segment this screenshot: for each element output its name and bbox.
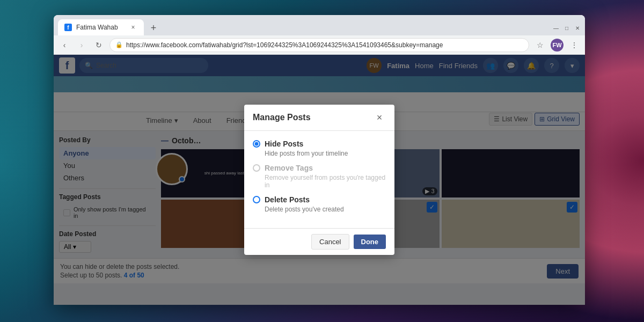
facebook-page: f 🔍 FW Fatima Home Find Friends 👥 💬 🔔 ? …: [54, 55, 585, 305]
chrome-addressbar: ‹ › ↻ 🔒 https://www.facebook.com/fatiwah…: [54, 35, 585, 55]
done-button[interactable]: Done: [354, 235, 386, 249]
forward-button[interactable]: ›: [75, 39, 88, 52]
minimize-button[interactable]: —: [553, 25, 559, 31]
tab-title: Fatima Wahab: [76, 24, 118, 31]
modal-option-remove-tags: Remove Tags Remove yourself from posts y…: [253, 164, 386, 189]
url-text: https://www.facebook.com/fatiwahab/grid?…: [126, 41, 523, 49]
tab-favicon: f: [64, 24, 72, 31]
modal-body: Hide Posts Hide posts from your timeline…: [244, 131, 394, 228]
modal-option-hide: Hide Posts Hide posts from your timeline: [253, 140, 386, 157]
delete-desc: Delete posts you've created: [265, 206, 386, 213]
hide-option-header[interactable]: Hide Posts: [253, 140, 386, 148]
address-bar[interactable]: 🔒 https://www.facebook.com/fatiwahab/gri…: [109, 38, 529, 52]
modal-close-button[interactable]: ×: [373, 111, 386, 124]
maximize-button[interactable]: □: [564, 25, 570, 31]
delete-option-header[interactable]: Delete Posts: [253, 195, 386, 204]
remove-tags-header[interactable]: Remove Tags: [253, 164, 386, 172]
modal-header: Manage Posts ×: [244, 105, 394, 131]
window-controls: — □ ✕: [553, 25, 581, 35]
modal-footer: Cancel Done: [244, 228, 394, 255]
chrome-profile-button[interactable]: FW: [551, 39, 564, 52]
tab-close-button[interactable]: ×: [129, 23, 137, 32]
cancel-button[interactable]: Cancel: [311, 234, 349, 250]
browser-window: f Fatima Wahab × + — □ ✕ ‹ › ↻ 🔒 https:/…: [54, 15, 585, 305]
modal-title: Manage Posts: [253, 113, 311, 122]
remove-tags-radio[interactable]: [253, 164, 260, 172]
close-button[interactable]: ✕: [574, 25, 581, 31]
hide-desc: Hide posts from your timeline: [265, 150, 386, 157]
active-tab[interactable]: f Fatima Wahab ×: [58, 19, 144, 35]
chrome-tabs: f Fatima Wahab × +: [58, 19, 553, 35]
bookmark-icon[interactable]: ☆: [533, 39, 546, 52]
manage-posts-modal: Manage Posts × Hide Posts Hide posts fro…: [244, 105, 394, 255]
back-button[interactable]: ‹: [58, 39, 71, 52]
remove-tags-label: Remove Tags: [265, 164, 313, 172]
modal-overlay: Manage Posts × Hide Posts Hide posts fro…: [54, 55, 585, 305]
chrome-menu-icon[interactable]: ⋮: [568, 39, 581, 52]
remove-tags-desc: Remove yourself from posts you're tagged…: [265, 174, 386, 189]
chrome-titlebar: f Fatima Wahab × + — □ ✕: [54, 15, 585, 35]
hide-label: Hide Posts: [265, 140, 303, 148]
delete-radio[interactable]: [253, 196, 260, 203]
hide-radio[interactable]: [253, 140, 260, 148]
modal-option-delete: Delete Posts Delete posts you've created: [253, 195, 386, 213]
reload-button[interactable]: ↻: [92, 39, 105, 52]
delete-label: Delete Posts: [265, 195, 310, 204]
new-tab-button[interactable]: +: [146, 20, 161, 35]
lock-icon: 🔒: [115, 41, 123, 48]
